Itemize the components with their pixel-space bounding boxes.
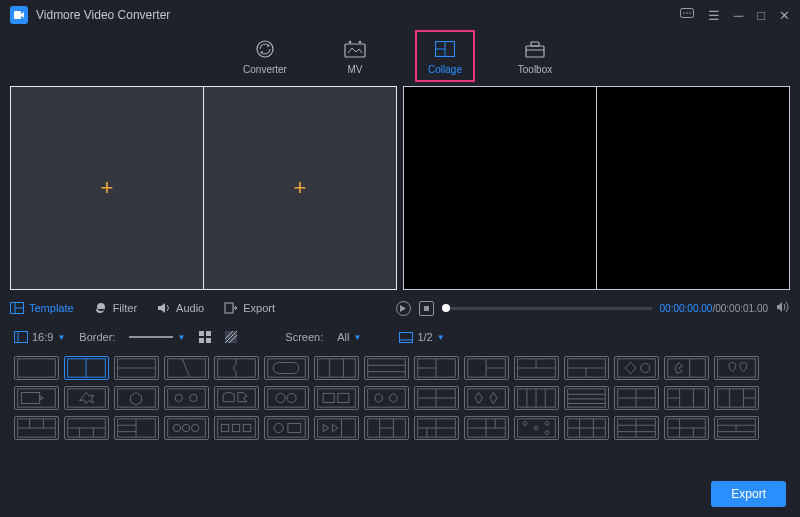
- chevron-down-icon: ▼: [57, 333, 65, 342]
- play-button[interactable]: [396, 301, 411, 316]
- svg-point-71: [190, 394, 197, 401]
- seek-track[interactable]: [442, 307, 652, 310]
- seek-handle[interactable]: [442, 304, 450, 312]
- tab-export[interactable]: Export: [224, 302, 275, 314]
- screen-selector[interactable]: All ▼: [337, 331, 361, 343]
- template-item[interactable]: [264, 416, 309, 440]
- svg-rect-25: [206, 338, 211, 343]
- template-item[interactable]: [314, 356, 359, 380]
- template-item[interactable]: [564, 416, 609, 440]
- template-item[interactable]: [564, 386, 609, 410]
- template-item[interactable]: [414, 416, 459, 440]
- svg-rect-19: [424, 306, 429, 311]
- nav-toolbox[interactable]: Toolbox: [505, 30, 565, 82]
- tab-audio[interactable]: Audio: [157, 302, 204, 314]
- svg-rect-123: [243, 424, 250, 431]
- border-pattern-picker[interactable]: [225, 331, 237, 343]
- template-item[interactable]: [264, 356, 309, 380]
- svg-rect-77: [323, 393, 334, 402]
- template-item[interactable]: [464, 416, 509, 440]
- minimize-icon[interactable]: ─: [734, 8, 743, 23]
- split-selector[interactable]: 1/2 ▼: [399, 331, 444, 343]
- template-item[interactable]: [714, 416, 759, 440]
- editor-pane-right[interactable]: +: [204, 87, 396, 289]
- template-item[interactable]: [514, 386, 559, 410]
- template-item[interactable]: [64, 416, 109, 440]
- svg-point-7: [349, 40, 352, 43]
- svg-rect-65: [18, 389, 56, 407]
- border-color-picker[interactable]: [199, 331, 211, 343]
- template-item[interactable]: [214, 356, 259, 380]
- template-item[interactable]: [714, 386, 759, 410]
- svg-point-75: [287, 393, 296, 402]
- template-item[interactable]: [214, 386, 259, 410]
- template-item[interactable]: [514, 356, 559, 380]
- export-button[interactable]: Export: [711, 481, 786, 507]
- menu-icon[interactable]: ☰: [708, 8, 720, 23]
- tab-template[interactable]: Template: [10, 302, 74, 314]
- template-item[interactable]: [64, 386, 109, 410]
- volume-icon[interactable]: [776, 301, 790, 316]
- template-item[interactable]: [364, 356, 409, 380]
- template-item[interactable]: [114, 356, 159, 380]
- template-item[interactable]: [414, 386, 459, 410]
- template-item[interactable]: [164, 386, 209, 410]
- tab-filter[interactable]: Filter: [94, 302, 137, 314]
- stop-button[interactable]: [419, 301, 434, 316]
- template-item[interactable]: [314, 416, 359, 440]
- player-controls: 00:00:00.00/00:00:01.00: [396, 301, 790, 316]
- template-item[interactable]: [514, 416, 559, 440]
- nav-converter[interactable]: Converter: [235, 30, 295, 82]
- nav-mv[interactable]: MV: [325, 30, 385, 82]
- main-nav: Converter MV Collage Toolbox: [0, 30, 800, 82]
- template-item[interactable]: [664, 386, 709, 410]
- maximize-icon[interactable]: □: [757, 8, 765, 23]
- ratio-selector[interactable]: 16:9 ▼: [14, 331, 65, 343]
- template-item[interactable]: [314, 386, 359, 410]
- template-item[interactable]: [364, 416, 409, 440]
- svg-rect-68: [118, 389, 156, 407]
- template-item[interactable]: [214, 416, 259, 440]
- template-item[interactable]: [114, 416, 159, 440]
- template-item[interactable]: [414, 356, 459, 380]
- template-item[interactable]: [14, 416, 59, 440]
- template-item[interactable]: [614, 416, 659, 440]
- svg-rect-78: [338, 393, 349, 402]
- svg-rect-41: [273, 363, 299, 374]
- template-item[interactable]: [664, 356, 709, 380]
- svg-rect-0: [14, 11, 21, 19]
- template-item[interactable]: [364, 386, 409, 410]
- template-item[interactable]: [264, 386, 309, 410]
- title-bar: Vidmore Video Converter ☰ ─ □ ✕: [0, 0, 800, 30]
- nav-collage[interactable]: Collage: [415, 30, 475, 82]
- template-item[interactable]: [14, 356, 59, 380]
- svg-point-117: [173, 424, 180, 431]
- template-item[interactable]: [714, 356, 759, 380]
- template-item[interactable]: [164, 356, 209, 380]
- editor-pane-left[interactable]: +: [11, 87, 204, 289]
- svg-point-61: [641, 363, 650, 372]
- feedback-icon[interactable]: [680, 8, 694, 23]
- toolbox-icon: [525, 38, 545, 60]
- template-item[interactable]: [614, 386, 659, 410]
- template-item[interactable]: [464, 386, 509, 410]
- svg-rect-66: [21, 393, 39, 404]
- svg-rect-120: [218, 419, 256, 437]
- template-item[interactable]: [114, 386, 159, 410]
- template-item[interactable]: [464, 356, 509, 380]
- svg-point-142: [523, 422, 527, 426]
- template-item[interactable]: [14, 386, 59, 410]
- collage-editor: + +: [10, 86, 397, 290]
- svg-rect-22: [199, 331, 204, 336]
- svg-point-125: [274, 423, 283, 432]
- template-item[interactable]: [664, 416, 709, 440]
- svg-point-5: [257, 41, 273, 57]
- chevron-down-icon: ▼: [437, 333, 445, 342]
- template-item[interactable]: [564, 356, 609, 380]
- add-icon: +: [294, 175, 307, 201]
- template-item[interactable]: [614, 356, 659, 380]
- close-icon[interactable]: ✕: [779, 8, 790, 23]
- border-style-selector[interactable]: ▼: [129, 333, 185, 342]
- template-item[interactable]: [64, 356, 109, 380]
- template-item[interactable]: [164, 416, 209, 440]
